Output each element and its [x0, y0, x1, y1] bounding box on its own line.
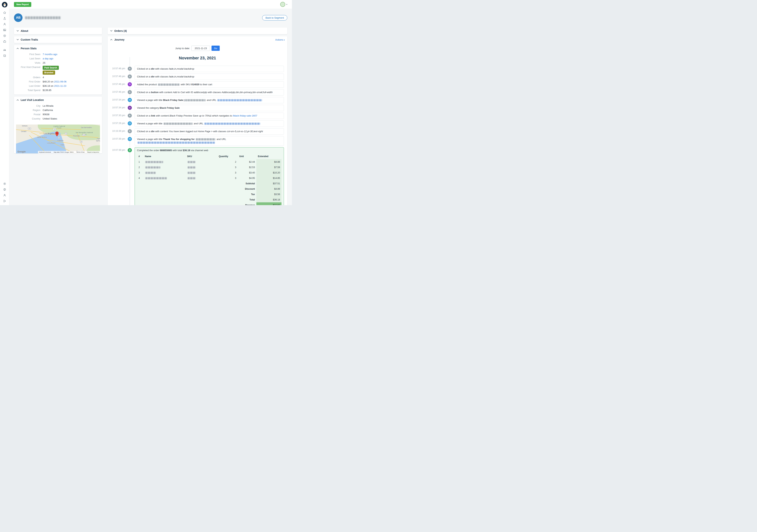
main-area: New Report ▾ AB Back to Segment About [9, 0, 292, 205]
event-card[interactable]: Clicked on a link with content Black Fri… [135, 113, 284, 119]
timeline-event: 10:57:46 pmClicked on a div with classes… [111, 74, 284, 80]
person-stats-panel-header[interactable]: Person Stats [14, 45, 102, 52]
jump-date-input[interactable] [191, 45, 210, 51]
summary-row: Tax$3.56 [137, 192, 282, 197]
event-time: 10:57:34 pm [111, 105, 125, 109]
stat-row: Orders4 [16, 75, 100, 79]
stat-link[interactable]: 2021-11-23 [54, 84, 66, 87]
stat-value: $139.85 [43, 89, 51, 92]
topbar: New Report ▾ [9, 0, 292, 9]
event-card[interactable]: Added the product with SKU 014020 to the… [135, 81, 284, 88]
custom-traits-title: Custom Traits [21, 38, 38, 41]
google-logo: Google [17, 150, 26, 153]
stat-link[interactable]: 2021-06-06 [54, 80, 67, 83]
page-icon [128, 98, 132, 102]
order-icon [128, 148, 132, 152]
orders-title: Orders (4) [114, 29, 127, 32]
profile-avatar: AB [14, 14, 22, 22]
left-column: About Custom Traits Person Stats [14, 28, 102, 156]
redacted-sku [188, 161, 196, 163]
event-time: 10:15:39 pm [111, 128, 125, 133]
about-panel-header[interactable]: About [14, 28, 102, 34]
timeline-event: 10:57:26 pmViewed a page with title and … [111, 120, 284, 127]
orders-panel-header[interactable]: Orders (4) [107, 28, 287, 34]
person-stats-panel: Person Stats First Seen7 months agoLast … [14, 45, 102, 95]
event-time: 10:57:34 pm [111, 97, 125, 101]
columns: About Custom Traits Person Stats [14, 28, 287, 205]
item-row: 12$2.44$4.88 [137, 159, 282, 164]
nav-car-icon[interactable] [3, 48, 6, 51]
user-menu-caret-icon[interactable]: ▾ [286, 3, 287, 5]
event-card[interactable]: Clicked on a div with classes fade,in,mo… [135, 66, 284, 72]
map-attribution: Keyboard shortcutsMap data ©2021 Google,… [38, 151, 100, 153]
help-icon[interactable] [3, 188, 6, 191]
location-panel-header[interactable]: Last Visit Location [14, 97, 102, 103]
timeline-event: 10:57:34 pmViewed the category Black Fri… [111, 105, 284, 111]
nav-briefcase-icon[interactable] [3, 40, 6, 43]
location-title: Last Visit Location [21, 99, 44, 102]
click-icon [128, 90, 132, 94]
stat-link[interactable]: 7 months ago [43, 53, 57, 56]
event-card[interactable]: Viewed a page with title and URL [135, 120, 284, 127]
map[interactable]: VenturaOxnardAngeles National ForestSan … [16, 125, 100, 153]
logout-icon[interactable] [3, 199, 6, 202]
stat-value: 90638 [43, 113, 49, 116]
map-attribution-item[interactable]: Keyboard shortcuts [39, 151, 51, 153]
go-button[interactable]: Go [211, 45, 220, 51]
redacted-url [137, 142, 215, 144]
nav-disc-icon[interactable] [3, 34, 6, 37]
location-panel: Last Visit Location CityLa MiradaRegionC… [14, 97, 102, 153]
profile-icon[interactable] [3, 194, 6, 197]
user-avatar[interactable] [280, 2, 285, 7]
stat-row: First Visit ChannelPaid SearchBranded [16, 65, 100, 75]
app-logo[interactable] [2, 2, 8, 8]
event-message: Completed the order 688855685 with total… [137, 149, 282, 152]
event-message: Viewed a page with title Thank You for s… [137, 137, 282, 144]
event-card[interactable]: Viewed a page with title Black Friday Sa… [135, 97, 284, 103]
event-card[interactable]: Clicked on a div with classes fade,in,mo… [135, 74, 284, 80]
custom-traits-panel-header[interactable]: Custom Traits [14, 36, 102, 43]
nav-image-icon[interactable] [3, 28, 6, 31]
actions-menu-button[interactable]: Actions▾ [275, 38, 285, 41]
event-card[interactable]: Clicked on a div with content You have b… [135, 128, 284, 134]
back-to-segment-button[interactable]: Back to Segment [262, 15, 287, 20]
event-message: Viewed a page with title Black Friday Sa… [137, 99, 282, 102]
journey-panel-header[interactable]: Journey Actions▾ [107, 36, 287, 43]
profile-name-redacted [25, 16, 61, 19]
click-icon [128, 113, 132, 118]
stat-value: United States [43, 117, 57, 120]
nav-person-icon[interactable] [3, 23, 6, 26]
new-report-button[interactable]: New Report [14, 2, 31, 7]
event-link[interactable]: /black-friday-sale-1607 [233, 114, 257, 117]
map-place-label: Palm Springs [95, 138, 100, 142]
event-card[interactable]: Viewed a page with title Thank You for s… [135, 136, 284, 146]
settings-icon[interactable] [3, 182, 6, 185]
highway-shield: 15 [80, 141, 82, 143]
chevron-up-icon [16, 47, 19, 49]
event-time: 10:57:46 pm [111, 89, 125, 93]
nav-home-icon[interactable] [3, 11, 6, 14]
stat-row: Postal90638 [16, 112, 100, 117]
timeline-event: 10:07:39 pmViewed a page with title Than… [111, 136, 284, 146]
chevron-down-icon [16, 30, 19, 32]
stat-row: First Order$48.20 on 2021-06-06 [16, 79, 100, 84]
highway-shield: 101 [28, 128, 31, 130]
redacted-text [158, 84, 179, 86]
event-time: 10:57:30 pm [111, 113, 125, 117]
map-attribution-item[interactable]: Terms of Use [76, 151, 84, 153]
event-card[interactable]: Completed the order 688855685 with total… [135, 147, 284, 205]
event-card[interactable]: Clicked on a button with content Add to … [135, 89, 284, 96]
category-icon [128, 106, 132, 110]
column-header-num: # [137, 154, 143, 159]
stat-link[interactable]: a day ago [43, 57, 53, 60]
event-card[interactable]: Viewed the category Black Friday Sale [135, 105, 284, 111]
journey-title: Journey [114, 38, 124, 41]
nav-book-icon[interactable] [3, 54, 6, 57]
redacted-text [185, 99, 205, 101]
nav-flask-icon[interactable] [3, 17, 6, 20]
column-header-quantity: Quantity [217, 154, 238, 159]
journey-panel: Journey Actions▾ Jump to date: Go Novemb… [107, 36, 287, 205]
map-attribution-item[interactable]: Report a map error [87, 151, 99, 153]
map-place-label: Riverside [73, 135, 80, 137]
map-place-label: Irvine [61, 144, 64, 146]
